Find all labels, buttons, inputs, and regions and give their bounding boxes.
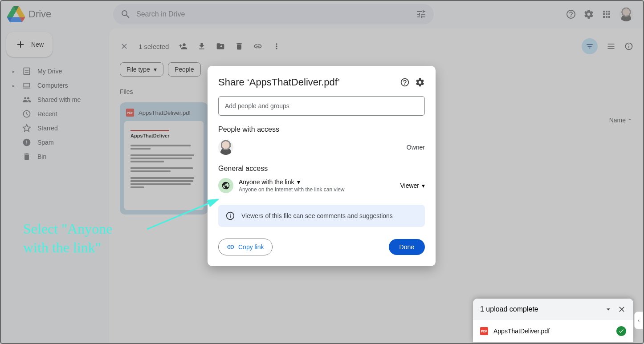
toast-title: 1 upload complete xyxy=(480,305,538,313)
dialog-title: Share ‘AppsThatDeliver.pdf’ xyxy=(218,77,395,88)
owner-label: Owner xyxy=(407,144,425,151)
upload-toast: 1 upload complete PDF AppsThatDeliver.pd… xyxy=(473,299,633,342)
people-with-access-heading: People with access xyxy=(218,125,425,134)
chevron-down-icon: ▾ xyxy=(422,182,425,189)
chevron-down-icon[interactable] xyxy=(604,305,613,314)
toast-filename: AppsThatDeliver.pdf xyxy=(493,328,550,335)
globe-icon xyxy=(221,181,230,190)
add-people-input[interactable]: Add people and groups xyxy=(218,96,425,116)
close-icon[interactable] xyxy=(617,305,626,314)
pdf-icon: PDF xyxy=(480,327,488,335)
chevron-down-icon: ▾ xyxy=(297,178,300,186)
success-check-icon xyxy=(616,326,626,336)
info-banner-text: Viewers of this file can see comments an… xyxy=(241,212,393,219)
annotation-arrow xyxy=(147,196,227,231)
general-access-desc: Anyone on the Internet with the link can… xyxy=(239,186,344,193)
person-row: Owner xyxy=(218,140,425,155)
globe-badge xyxy=(218,178,233,193)
person-avatar xyxy=(218,140,233,155)
link-icon xyxy=(227,243,235,251)
help-icon[interactable] xyxy=(400,77,410,87)
share-dialog: Share ‘AppsThatDeliver.pdf’ Add people a… xyxy=(208,66,436,266)
general-access-row: Anyone with the link▾ Anyone on the Inte… xyxy=(218,178,425,193)
svg-line-0 xyxy=(147,199,218,229)
toast-row[interactable]: PDF AppsThatDeliver.pdf xyxy=(473,320,633,342)
info-banner: Viewers of this file can see comments an… xyxy=(218,205,425,227)
annotation-text: Select "Anyone with the link" xyxy=(23,220,113,257)
role-dropdown[interactable]: Viewer▾ xyxy=(400,182,425,189)
copy-link-button[interactable]: Copy link xyxy=(218,239,273,255)
gear-icon[interactable] xyxy=(415,77,425,87)
general-access-dropdown[interactable]: Anyone with the link▾ xyxy=(239,178,344,186)
side-panel-toggle[interactable]: ‹ xyxy=(634,312,643,329)
general-access-heading: General access xyxy=(218,165,425,173)
done-button[interactable]: Done xyxy=(389,239,425,255)
